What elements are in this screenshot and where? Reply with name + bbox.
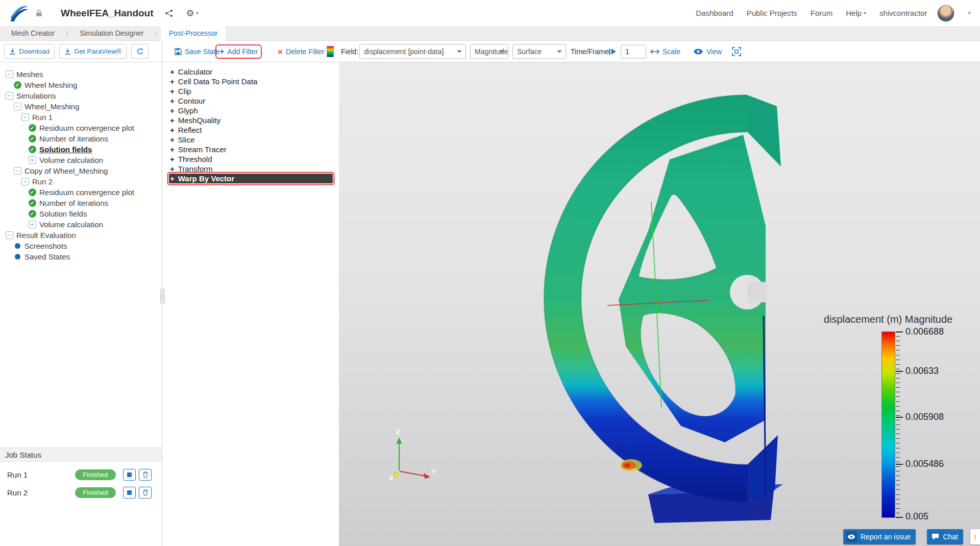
nav-public-projects[interactable]: Public Projects <box>747 9 797 17</box>
tree-item-label[interactable]: Residuum convergence plot <box>39 188 134 197</box>
share-icon[interactable] <box>165 9 173 17</box>
filter-item[interactable]: + Threshold <box>169 154 335 164</box>
tree-item-label[interactable]: Run 1 <box>32 113 53 122</box>
workflow-tab[interactable]: Mesh Creator <box>3 26 63 41</box>
tree-item[interactable]: Solution fields <box>0 208 161 219</box>
representation-select[interactable]: Surface <box>512 44 566 59</box>
play-icon[interactable] <box>608 48 617 56</box>
tab-wrap: Simulation Designer › <box>71 26 161 40</box>
settings-gear-icon[interactable]: ⚙ ▾ <box>186 8 199 19</box>
field-select[interactable]: displacement [point-data] <box>359 44 466 59</box>
tree-item-label[interactable]: Copy of Wheel_Meshing <box>24 167 108 175</box>
gear-caret-icon: ▾ <box>196 10 199 16</box>
time-frame-input[interactable] <box>621 44 646 58</box>
scale-button[interactable]: Scale <box>650 48 680 56</box>
download-button[interactable]: Download <box>4 44 55 59</box>
tree-item[interactable]: Residuum convergence plot <box>0 187 161 198</box>
fit-view-icon[interactable] <box>732 47 741 56</box>
job-delete-button[interactable] <box>139 469 152 481</box>
tree-item-label[interactable]: Run 2 <box>32 177 53 186</box>
job-status-title: Job Status <box>0 448 162 462</box>
save-state-button[interactable]: Save State <box>175 48 220 56</box>
workflow-tab[interactable]: Post-Processor <box>161 26 226 41</box>
job-delete-button[interactable] <box>139 487 152 498</box>
representation-select-value: Surface <box>517 48 542 56</box>
filter-item[interactable]: + Transform <box>169 164 335 174</box>
filter-item[interactable]: + Reflect <box>169 125 335 135</box>
tree-item-label[interactable]: Saved States <box>24 252 70 261</box>
tree-item-label[interactable]: Solution fields <box>39 209 87 218</box>
sidebar-resize-handle[interactable]: ⁞ <box>160 289 165 304</box>
filter-item[interactable]: + Clip <box>169 86 335 96</box>
tab-wrap: Mesh Creator › <box>3 26 71 40</box>
tree-item[interactable]: Meshes <box>0 69 161 80</box>
add-filter-button[interactable]: + Add Filter <box>219 47 258 56</box>
tree-item-label[interactable]: Residuum convergence plot <box>39 124 134 132</box>
tree-item-label[interactable]: Number of iterations <box>39 199 108 207</box>
tree-item-label[interactable]: Volume calculation <box>39 156 103 164</box>
filter-item[interactable]: + Stream Tracer <box>169 145 335 154</box>
tree-item[interactable]: Number of iterations <box>0 198 161 208</box>
tree-item[interactable]: Wheel_Meshing <box>0 101 161 112</box>
tree-item-icon <box>13 167 21 175</box>
nav-forum[interactable]: Forum <box>811 9 832 17</box>
tree-item-label[interactable]: Meshes <box>16 70 43 79</box>
tree-item[interactable]: Screenshots <box>0 241 161 251</box>
tree-item[interactable]: Volume calculation <box>0 155 161 165</box>
user-avatar[interactable] <box>937 5 954 22</box>
tree-item[interactable]: Volume calculation <box>0 219 161 230</box>
tree-item[interactable]: Simulations <box>0 90 161 101</box>
chat-button[interactable]: Chat <box>927 529 963 544</box>
filter-item[interactable]: + Warp By Vector <box>169 174 333 183</box>
get-paraview-label: Get ParaView® <box>74 48 121 55</box>
tree-item-label[interactable]: Simulations <box>16 91 56 100</box>
notification-sliver[interactable]: ! <box>970 529 980 544</box>
tree-item[interactable]: Wheel Meshing <box>0 80 161 90</box>
filter-item[interactable]: + Glyph <box>169 106 335 115</box>
view-button[interactable]: View <box>693 48 722 56</box>
user-menu-caret-icon[interactable]: ▾ <box>968 10 971 16</box>
tab-separator-chevron-icon: › <box>66 29 68 38</box>
tree-item-label[interactable]: Solution fields <box>39 145 92 154</box>
tree-item-label[interactable]: Screenshots <box>24 242 67 250</box>
save-state-label: Save State <box>185 48 220 56</box>
filter-item[interactable]: + Cell Data To Point Data <box>169 77 335 86</box>
app-logo-icon[interactable] <box>9 4 29 23</box>
job-stop-button[interactable] <box>123 487 136 498</box>
project-title: WheelFEA_Handout <box>61 8 154 19</box>
job-stop-button[interactable] <box>123 469 136 481</box>
workflow-tab[interactable]: Simulation Designer <box>71 26 152 41</box>
filter-item[interactable]: + Slice <box>169 135 335 145</box>
tree-item[interactable]: Number of iterations <box>0 133 161 144</box>
filter-item[interactable]: + Contour <box>169 96 335 106</box>
tree-item-label[interactable]: Volume calculation <box>39 220 103 229</box>
tree-item-label[interactable]: Wheel Meshing <box>24 81 77 89</box>
username[interactable]: shivcontractor <box>879 9 927 17</box>
tree-item[interactable]: Run 1 <box>0 112 161 123</box>
delete-filter-button[interactable]: × Delete Filter <box>278 47 324 56</box>
nav-dashboard[interactable]: Dashboard <box>696 9 733 17</box>
tree-item-icon <box>28 146 36 154</box>
refresh-button[interactable] <box>131 44 149 59</box>
tree-item[interactable]: Result Evaluation <box>0 230 161 241</box>
render-viewport[interactable]: Z Y X displacement (m) Magnitude 0.00668… <box>339 62 980 546</box>
tree-item-label[interactable]: Result Evaluation <box>16 231 76 240</box>
tree-item[interactable]: Residuum convergence plot <box>0 123 161 133</box>
get-paraview-button[interactable]: Get ParaView® <box>59 44 127 59</box>
filter-item[interactable]: + Calculator <box>169 67 335 77</box>
tree-item[interactable]: Copy of Wheel_Meshing <box>0 165 161 176</box>
delete-x-icon: × <box>278 47 283 56</box>
component-select[interactable]: Magnitude <box>470 44 508 59</box>
report-issue-button[interactable]: Report an issue <box>843 529 916 544</box>
nav-help[interactable]: Help▾ <box>846 9 866 17</box>
filter-item-label: Contour <box>178 97 205 105</box>
legend-toggle-icon[interactable] <box>327 46 334 57</box>
tree-item[interactable]: Run 2 <box>0 176 161 187</box>
filter-item[interactable]: + MeshQuality <box>169 115 335 125</box>
tree-item-label[interactable]: Number of iterations <box>39 134 108 143</box>
tree-item-label[interactable]: Wheel_Meshing <box>24 102 80 111</box>
tree-item[interactable]: Saved States <box>0 251 161 262</box>
tree-item[interactable]: Solution fields <box>0 144 161 155</box>
tree-item-icon <box>28 221 36 229</box>
job-status-panel: Job Status Run 1 Finished <box>0 447 162 546</box>
